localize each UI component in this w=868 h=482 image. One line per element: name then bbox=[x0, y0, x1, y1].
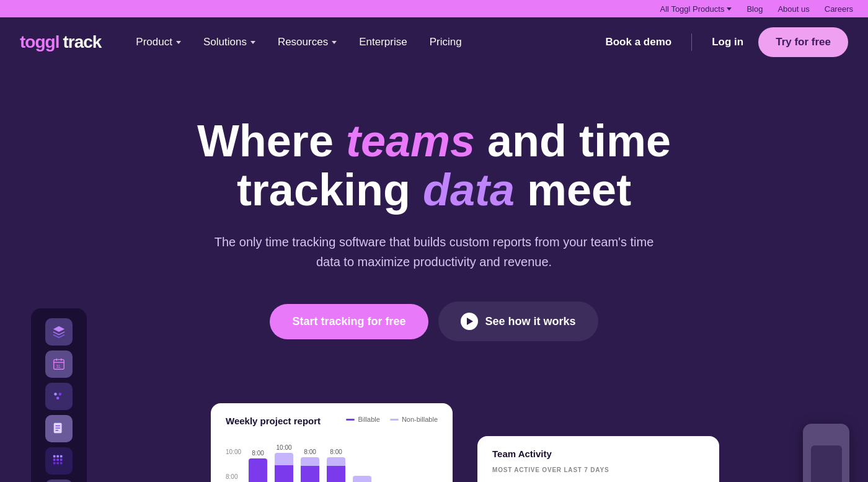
app-icon-dots bbox=[45, 383, 73, 410]
nav-enterprise[interactable]: Enterprise bbox=[349, 31, 417, 53]
solutions-chevron-icon bbox=[250, 41, 255, 44]
navbar: toggl track Product Solutions Resources … bbox=[0, 17, 868, 67]
bar-groups: 8:00 6:00 10:00 bbox=[249, 444, 438, 482]
phone-screen bbox=[811, 445, 842, 482]
about-link[interactable]: About us bbox=[777, 4, 809, 14]
app-icon-blackberry bbox=[45, 447, 73, 475]
svg-rect-19 bbox=[56, 462, 59, 465]
login-button[interactable]: Log in bbox=[702, 31, 753, 53]
svg-rect-15 bbox=[53, 459, 56, 462]
svg-rect-20 bbox=[60, 462, 63, 465]
phone-mockup bbox=[803, 424, 849, 482]
bar-group-4: 8:00 6:00 bbox=[327, 449, 345, 482]
bar-group-2: 10:00 bbox=[275, 444, 293, 482]
svg-rect-16 bbox=[56, 459, 59, 462]
bar-nonbillable-4 bbox=[327, 457, 345, 466]
svg-rect-12 bbox=[53, 455, 56, 458]
svg-text:31: 31 bbox=[56, 365, 61, 369]
svg-rect-14 bbox=[60, 455, 63, 458]
logo[interactable]: toggl track bbox=[20, 32, 101, 52]
bar-billable-4 bbox=[327, 466, 345, 482]
start-tracking-button[interactable]: Start tracking for free bbox=[270, 304, 428, 339]
svg-rect-17 bbox=[60, 459, 63, 462]
nav-solutions[interactable]: Solutions bbox=[193, 31, 265, 53]
hero-section: Where teams and time tracking data meet … bbox=[0, 67, 868, 403]
product-chevron-icon bbox=[176, 41, 181, 44]
logo-toggl: toggl bbox=[20, 32, 59, 52]
play-icon bbox=[461, 313, 478, 330]
legend-billable: Billable bbox=[346, 416, 379, 423]
bar-billable-3 bbox=[301, 466, 319, 482]
svg-rect-18 bbox=[53, 462, 56, 465]
products-chevron-icon bbox=[727, 7, 732, 11]
top-banner: All Toggl Products Blog About us Careers bbox=[0, 0, 868, 17]
svg-rect-13 bbox=[56, 455, 59, 458]
svg-point-5 bbox=[54, 393, 57, 396]
nav-divider bbox=[691, 33, 692, 51]
nav-resources[interactable]: Resources bbox=[268, 31, 347, 53]
bar-group-3: 8:00 6:00 bbox=[301, 449, 319, 482]
app-icons-strip: 31 bbox=[31, 308, 87, 482]
resources-chevron-icon bbox=[332, 41, 337, 44]
svg-point-6 bbox=[59, 393, 62, 396]
billable-dot-icon bbox=[346, 419, 355, 421]
bar-group-1: 8:00 6:00 bbox=[249, 450, 267, 482]
bar-nonbillable-3 bbox=[301, 457, 319, 466]
try-free-button[interactable]: Try for free bbox=[758, 27, 848, 57]
phone-body bbox=[803, 424, 849, 482]
app-icon-layers bbox=[45, 318, 73, 346]
bar-billable-2 bbox=[275, 465, 293, 482]
dashboard-area: 31 bbox=[0, 403, 868, 482]
team-activity-card: Team Activity MOST ACTIVE OVER LAST 7 DA… bbox=[477, 436, 719, 482]
bar-group-5: 6:00 bbox=[353, 474, 371, 482]
team-activity-title: Team Activity bbox=[492, 449, 704, 459]
products-label[interactable]: All Toggl Products bbox=[660, 4, 725, 14]
blog-link[interactable]: Blog bbox=[746, 4, 763, 14]
chart-legend: Billable Non-billable bbox=[346, 416, 438, 423]
logo-track: track bbox=[63, 32, 101, 52]
nonbillable-dot-icon bbox=[390, 419, 399, 421]
most-active-label: MOST ACTIVE OVER LAST 7 DAYS bbox=[492, 466, 704, 473]
bar-nonbillable-2 bbox=[275, 453, 293, 465]
bar-billable-1 bbox=[249, 458, 267, 482]
app-icon-calendar: 31 bbox=[45, 350, 73, 378]
nav-pricing[interactable]: Pricing bbox=[420, 31, 472, 53]
bar-nonbillable-5 bbox=[353, 476, 371, 482]
app-icon-extra bbox=[45, 480, 73, 482]
bar-chart: 10:00 8:00 6:00 8:00 6:00 10:00 bbox=[226, 436, 438, 482]
legend-nonbillable: Non-billable bbox=[390, 416, 438, 423]
hero-subtitle: The only time tracking software that bui… bbox=[211, 232, 657, 272]
cards-row: Weekly project report Billable Non-billa… bbox=[87, 403, 781, 482]
svg-point-7 bbox=[56, 397, 60, 400]
y-axis-labels: 10:00 8:00 6:00 bbox=[226, 449, 241, 482]
hero-title: Where teams and time tracking data meet bbox=[192, 117, 676, 215]
nav-links: Product Solutions Resources Enterprise P… bbox=[126, 31, 595, 53]
weekly-report-card: Weekly project report Billable Non-billa… bbox=[211, 403, 453, 482]
nav-product[interactable]: Product bbox=[126, 31, 191, 53]
nav-right: Book a demo Log in Try for free bbox=[595, 27, 848, 57]
all-products-link[interactable]: All Toggl Products bbox=[660, 4, 732, 14]
hero-buttons: Start tracking for free See how it works bbox=[20, 301, 848, 341]
careers-link[interactable]: Careers bbox=[825, 4, 853, 14]
see-how-it-works-button[interactable]: See how it works bbox=[438, 301, 598, 341]
app-icon-notion bbox=[45, 415, 73, 442]
book-demo-button[interactable]: Book a demo bbox=[595, 31, 681, 53]
play-triangle-icon bbox=[467, 318, 473, 325]
